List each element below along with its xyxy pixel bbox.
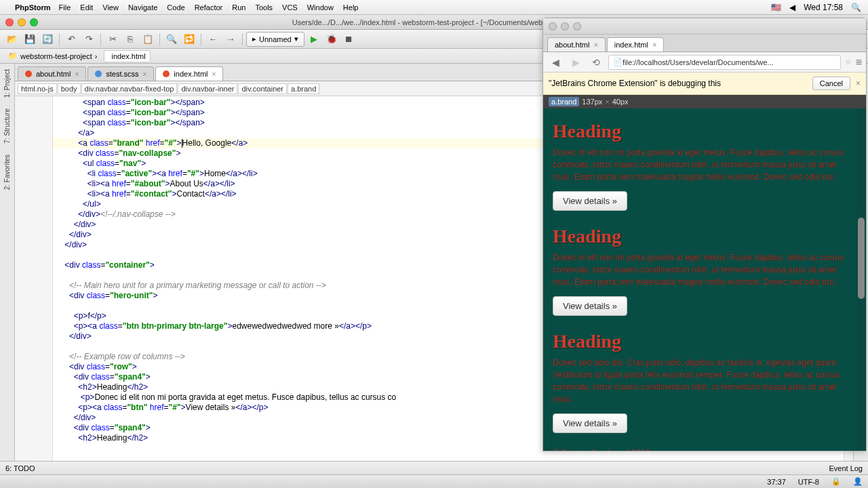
page-content[interactable]: Heading Donec id elit non mi porta gravi…: [543, 108, 866, 451]
flag-icon[interactable]: 🇺🇸: [771, 3, 781, 12]
close-icon[interactable]: ×: [652, 41, 656, 49]
nav-project[interactable]: 📁 webstorm-test-project ›: [4, 50, 101, 62]
tool-window-bar: 6: TODO Event Log: [0, 461, 868, 474]
scrollbar[interactable]: [856, 109, 866, 451]
debug-icon[interactable]: 🐞: [323, 32, 340, 47]
mac-menubar: PhpStorm File Edit View Navigate Code Re…: [0, 0, 868, 15]
forward-icon[interactable]: ▶: [568, 54, 584, 70]
cancel-button[interactable]: Cancel: [812, 77, 850, 90]
chrome-tabs: about.html× index.html×: [543, 35, 866, 52]
debug-banner: "JetBrains Chrome Extension" is debuggin…: [543, 73, 866, 95]
lock-icon[interactable]: 🔒: [831, 477, 841, 486]
hector-icon[interactable]: 👤: [853, 477, 863, 486]
structure-tool-tab[interactable]: 7: Structure: [3, 106, 11, 146]
run-icon[interactable]: ▶: [306, 32, 322, 47]
app-name[interactable]: PhpStorm: [15, 3, 51, 12]
menu-window[interactable]: Window: [307, 3, 334, 12]
zoom-icon[interactable]: [573, 22, 581, 30]
view-details-button[interactable]: View details »: [553, 191, 627, 211]
sync-icon[interactable]: 🔄: [39, 32, 56, 47]
back-icon[interactable]: ←: [205, 32, 221, 47]
menu-tools[interactable]: Tools: [255, 3, 273, 12]
bc-html[interactable]: html.no-js: [18, 83, 57, 94]
view-details-button[interactable]: View details »: [553, 413, 627, 433]
menu-code[interactable]: Code: [167, 3, 184, 12]
close-icon[interactable]: [549, 22, 557, 30]
chrome-address-bar: ◀ ▶ ⟲ 📄 file://localhost/Users/develar/D…: [543, 52, 866, 73]
close-icon[interactable]: [5, 18, 14, 26]
close-icon[interactable]: ×: [593, 41, 597, 49]
volume-icon[interactable]: ◀: [789, 3, 795, 12]
element-inspector-tooltip: a.brand 137px × 40px: [543, 95, 866, 108]
chrome-menu-icon[interactable]: ≡: [856, 56, 862, 68]
bc-container[interactable]: div.container: [238, 83, 287, 94]
menu-edit[interactable]: Edit: [80, 3, 93, 12]
paste-icon[interactable]: 📋: [140, 32, 156, 47]
clock[interactable]: Wed 17:58: [804, 3, 843, 12]
close-icon[interactable]: ×: [212, 70, 216, 78]
nav-file[interactable]: index.html: [104, 50, 150, 62]
find-icon[interactable]: 🔍: [163, 32, 180, 47]
undo-icon[interactable]: ↶: [63, 32, 79, 47]
bc-brand[interactable]: a.brand: [288, 83, 319, 94]
tab-stest[interactable]: stest.scss×: [87, 66, 154, 81]
save-icon[interactable]: 💾: [22, 32, 38, 47]
event-log[interactable]: Event Log: [829, 464, 863, 472]
minimize-icon[interactable]: [18, 18, 26, 26]
page-paragraph: Donec sed odio dui. Cras justo odio, dap…: [553, 357, 856, 405]
bc-body[interactable]: body: [58, 83, 81, 94]
menu-navigate[interactable]: Navigate: [128, 3, 157, 12]
editor-gutter: [15, 96, 53, 461]
back-icon[interactable]: ◀: [547, 54, 564, 70]
view-details-button[interactable]: View details »: [553, 296, 627, 316]
menu-view[interactable]: View: [102, 3, 119, 12]
menu-refactor[interactable]: Refactor: [195, 3, 223, 12]
menu-run[interactable]: Run: [232, 3, 245, 12]
inspect-selector: a.brand: [549, 97, 579, 106]
menu-help[interactable]: Help: [343, 3, 359, 12]
zoom-icon[interactable]: [30, 18, 38, 26]
bc-inner[interactable]: div.navbar-inner: [178, 83, 237, 94]
favorites-tool-tab[interactable]: 2: Favorites: [3, 152, 11, 192]
tab-index[interactable]: index.html×: [155, 66, 223, 81]
page-paragraph: Donec id elit non mi porta gravida at eg…: [553, 146, 856, 183]
replace-icon[interactable]: 🔁: [181, 32, 197, 47]
url-field[interactable]: 📄 file://localhost/Users/develar/Documen…: [608, 55, 841, 70]
menu-file[interactable]: File: [59, 3, 71, 12]
inspect-width: 137px: [582, 98, 602, 106]
page-footer: © Google, thank you! 2012: [553, 448, 856, 451]
debug-message: "JetBrains Chrome Extension" is debuggin…: [549, 79, 807, 88]
todo-tool[interactable]: 6: TODO: [5, 464, 35, 472]
cut-icon[interactable]: ✂: [104, 32, 121, 47]
stop-icon[interactable]: ⏹: [341, 32, 357, 47]
forward-icon[interactable]: →: [222, 32, 239, 47]
page-paragraph: Donec id elit non mi porta gravida at eg…: [553, 251, 856, 288]
close-icon[interactable]: ×: [143, 70, 147, 78]
bc-navbar[interactable]: div.navbar.navbar-fixed-top: [81, 83, 178, 94]
spotlight-icon[interactable]: 🔍: [851, 3, 861, 12]
project-tool-tab[interactable]: 1: Project: [3, 66, 11, 100]
bookmark-icon[interactable]: ☆: [845, 58, 852, 66]
page-heading: Heading: [553, 121, 856, 142]
close-icon[interactable]: ×: [75, 70, 79, 78]
page-heading: Heading: [553, 331, 856, 352]
encoding[interactable]: UTF-8: [798, 478, 819, 486]
open-icon[interactable]: 📂: [4, 32, 20, 47]
chrome-titlebar: [543, 18, 866, 35]
copy-icon[interactable]: ⎘: [122, 32, 138, 47]
inspect-height: 40px: [612, 98, 629, 106]
browser-tab-about[interactable]: about.html×: [547, 37, 606, 52]
run-config-dropdown[interactable]: ▸ Unnamed ▾: [246, 32, 304, 47]
browser-tab-index[interactable]: index.html×: [607, 37, 665, 52]
menu-vcs[interactable]: VCS: [282, 3, 298, 12]
tab-about[interactable]: about.html×: [18, 66, 86, 81]
page-heading: Heading: [553, 226, 856, 247]
caret-pos[interactable]: 37:37: [767, 478, 786, 486]
redo-icon[interactable]: ↷: [81, 32, 97, 47]
chrome-window: about.html× index.html× ◀ ▶ ⟲ 📄 file://l…: [542, 18, 867, 451]
status-bar: 37:37 UTF-8 🔒 👤: [0, 474, 868, 488]
close-icon[interactable]: ×: [856, 79, 861, 88]
left-tool-strip: 1: Project 7: Structure 2: Favorites: [0, 64, 15, 461]
minimize-icon[interactable]: [561, 22, 569, 30]
reload-icon[interactable]: ⟲: [588, 54, 604, 70]
